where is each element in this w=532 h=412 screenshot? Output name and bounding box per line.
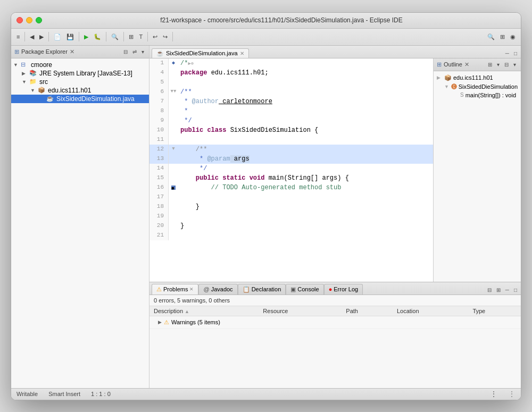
toolbar-redo-btn[interactable]: ↪	[161, 32, 170, 41]
toolbar-type-btn[interactable]: T	[137, 32, 145, 41]
collapse-all-btn[interactable]: ⊟	[122, 48, 129, 55]
toolbar-separator-5	[123, 32, 124, 41]
tree-item-package[interactable]: 📦 edu.ics111.h01	[11, 86, 149, 95]
col-type[interactable]: Type	[468, 306, 521, 316]
col-path[interactable]: Path	[342, 306, 393, 316]
code-line-7: 7 * @author carletonmoore	[149, 97, 433, 106]
editor-min-max: ─ □	[502, 50, 521, 58]
tree-item-cmoore[interactable]: ⊟ cmoore	[11, 61, 149, 69]
status-right-corner: ⋮	[508, 390, 516, 398]
warnings-group[interactable]: ▶ ⚠ Warnings (5 items)	[154, 317, 517, 327]
outline-item-class[interactable]: ▼ 🅒 SixSidedDieSimulation	[435, 82, 520, 91]
bottom-tab-javadoc[interactable]: @ Javadoc	[198, 284, 237, 295]
col-description[interactable]: Description ▲	[149, 306, 259, 316]
outline-menu-btn[interactable]: ▾	[512, 61, 518, 68]
tree-label-cmoore: cmoore	[31, 61, 52, 69]
errorlog-icon: ●	[329, 286, 332, 292]
toolbar-search-global-btn[interactable]: 🔍	[485, 32, 497, 41]
line-code-14: */	[178, 164, 433, 173]
toolbar-new-btn[interactable]: 📄	[52, 32, 63, 41]
warnings-label: Warnings (5 items)	[171, 319, 220, 325]
toolbar-menu-btn[interactable]: ≡	[14, 32, 22, 41]
col-location[interactable]: Location	[393, 306, 468, 316]
problems-group-btn[interactable]: ⊞	[495, 287, 502, 293]
editor-minimize-btn[interactable]: ─	[504, 50, 511, 57]
javadoc-icon: @	[203, 286, 209, 292]
table-row[interactable]: ▶ ⚠ Warnings (5 items)	[149, 316, 521, 329]
tree-item-src[interactable]: 📁 src	[11, 78, 149, 86]
close-button[interactable]	[16, 17, 23, 23]
problems-minimize-btn[interactable]: ─	[504, 287, 511, 293]
toolbar-separator-4	[106, 32, 106, 41]
warnings-arrow: ▶	[158, 319, 162, 325]
declaration-icon: 📋	[243, 286, 250, 293]
link-editor-btn[interactable]: ⇌	[131, 48, 138, 55]
code-line-15: 15 public static void main(String[] args…	[149, 173, 433, 183]
line-code-6: /**	[178, 87, 433, 97]
toolbar-forward-btn[interactable]: ▶	[37, 32, 46, 41]
bottom-tab-problems[interactable]: ⚠ Problems ✕	[152, 284, 198, 295]
code-line-10: 10 public class SixSidedDieSimulation {	[149, 125, 433, 135]
line-code-16: // TODO Auto-generated method stub	[178, 183, 433, 192]
outline-item-method[interactable]: S main(String[]) : void	[435, 91, 520, 99]
problems-table: Description ▲ Resource Path	[149, 306, 521, 329]
outline-method-icon: S	[460, 92, 464, 98]
bottom-tabs-bar: ⚠ Problems ✕ @ Javadoc 📋 Declaration ▣	[149, 282, 521, 295]
editor-tab-main[interactable]: ☕ SixSidedDieSimulation.java ✕	[152, 48, 249, 58]
titlebar: f21-workspace - cmoore/src/edu/ics111/h0…	[11, 13, 521, 29]
outline-collapse-btn[interactable]: ⊟	[503, 61, 510, 68]
outline-filter-btn[interactable]: ▾	[495, 61, 501, 68]
package-node-icon: 📦	[38, 87, 46, 94]
toolbar-undo-btn[interactable]: ↩	[151, 32, 160, 41]
col-resource[interactable]: Resource	[259, 306, 342, 316]
line-gutter-21	[169, 231, 178, 240]
toolbar-open-resource-btn[interactable]: ◉	[508, 32, 518, 41]
bottom-tab-declaration[interactable]: 📋 Declaration	[238, 284, 286, 295]
code-line-16: 16 ■ // TODO Auto-generated method stub	[149, 183, 433, 192]
errorlog-tab-label: Error Log	[334, 286, 358, 292]
tree-item-java-file[interactable]: ☕ SixSidedDieSimulation.java	[11, 95, 149, 103]
bottom-tab-console[interactable]: ▣ Console	[286, 284, 323, 295]
toolbar-perspective-btn[interactable]: ⊞	[127, 32, 136, 41]
window-title: f21-workspace - cmoore/src/edu/ics111/h0…	[47, 16, 516, 24]
code-editor[interactable]: 1 ◆ /*⊕ 4 package edu.ics111.h01; 5	[149, 58, 433, 282]
line-gutter-14	[169, 164, 178, 173]
console-icon: ▣	[290, 286, 296, 293]
status-writable: Writable	[16, 391, 38, 397]
toolbar-search-btn[interactable]: 🔍	[109, 32, 121, 41]
toolbar-back-btn[interactable]: ◀	[28, 32, 36, 41]
problems-maximize-btn[interactable]: □	[512, 287, 519, 293]
outline-package-icon: 📦	[444, 74, 452, 81]
bottom-tab-errorlog[interactable]: ● Error Log	[324, 284, 363, 295]
maximize-button[interactable]	[36, 17, 42, 23]
toolbar-save-btn[interactable]: 💾	[64, 32, 76, 41]
problems-filter-btn[interactable]: ⊟	[486, 287, 493, 293]
code-line-13: 13 * @param args	[149, 154, 433, 164]
editor-maximize-btn[interactable]: □	[512, 50, 519, 57]
tree-item-jre[interactable]: 📚 JRE System Library [JavaSE-13]	[11, 69, 149, 78]
status-insert-mode: Smart Insert	[48, 391, 80, 397]
toolbar-run-btn[interactable]: ▶	[82, 32, 90, 41]
col-sort-icon: ▲	[185, 309, 189, 314]
view-menu-btn[interactable]: ▾	[140, 48, 146, 55]
editor-tab-close-icon[interactable]: ✕	[240, 51, 244, 56]
java-file-icon: ☕	[46, 95, 55, 103]
line-number-8: 8	[149, 106, 169, 116]
editor-area: ☕ SixSidedDieSimulation.java ✕ ─ □ 1 ◆ /…	[149, 46, 521, 388]
outline-panel: ⊞ Outline ✕ ⊞ ▾ ⊟ ▾ ▶	[433, 58, 521, 282]
outline-sort-btn[interactable]: ⊞	[486, 61, 494, 68]
problems-close-icon[interactable]: ✕	[189, 287, 194, 292]
status-position: 1 : 1 : 0	[91, 391, 111, 397]
line-gutter-11	[169, 135, 178, 145]
toolbar-separator-1	[24, 32, 25, 41]
package-explorer-title: Package Explorer	[21, 48, 68, 55]
line-code-13: * @param args	[178, 154, 433, 164]
line-number-12: 12	[149, 145, 169, 154]
outline-item-package[interactable]: ▶ 📦 edu.ics111.h01	[435, 73, 520, 82]
line-gutter-8	[169, 106, 178, 116]
status-dots-icon[interactable]: ⋮	[490, 390, 497, 398]
minimize-button[interactable]	[26, 17, 32, 23]
toolbar-debug-btn[interactable]: 🐛	[92, 32, 103, 41]
toolbar-open-type-btn[interactable]: ⊞	[498, 32, 507, 41]
line-code-7: * @author carletonmoore	[178, 97, 433, 106]
